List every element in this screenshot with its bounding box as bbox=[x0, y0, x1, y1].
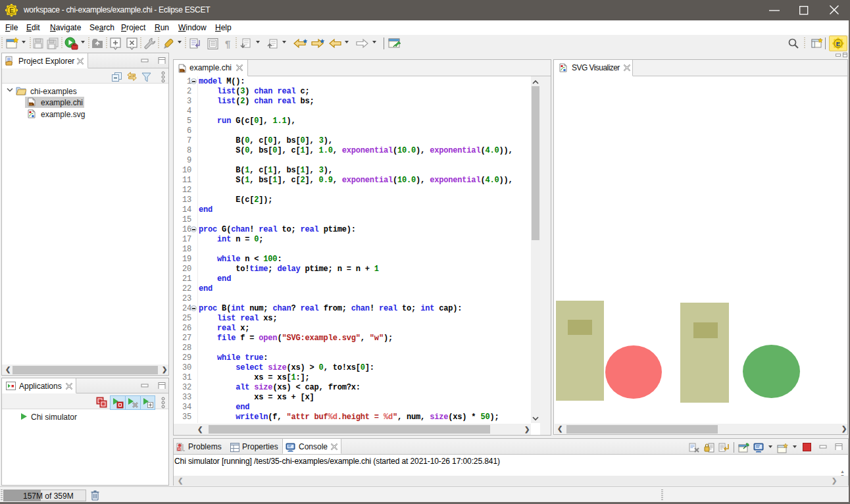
svg-text:E: E bbox=[836, 40, 840, 47]
svg-text:E: E bbox=[9, 7, 14, 14]
